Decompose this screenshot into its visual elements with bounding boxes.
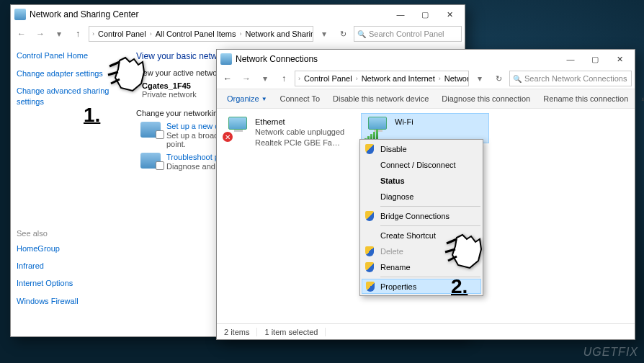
address-row: ← → ▾ ↑ › Control Panel › Network and In…	[217, 68, 635, 89]
menu-item-label: Delete	[380, 247, 403, 256]
status-selected: 1 item selected	[257, 328, 326, 336]
address-row: ← → ▾ ↑ › Control Panel › All Control Pa…	[11, 24, 465, 44]
status-bar: 2 items 1 item selected	[217, 323, 635, 339]
menu-item-label: Properties	[380, 282, 416, 291]
shield-icon	[366, 282, 375, 292]
breadcrumb[interactable]: All Control Panel Items	[153, 30, 238, 38]
maximize-button[interactable]: ▢	[413, 5, 437, 24]
minimize-button[interactable]: —	[388, 5, 413, 24]
chevron-right-icon: ›	[148, 30, 153, 37]
connection-icon	[140, 122, 161, 138]
connection-status: Network cable unplugged	[255, 127, 346, 137]
history-dropdown[interactable]: ▾	[51, 26, 67, 42]
addr-dropdown[interactable]: ▾	[472, 71, 488, 86]
breadcrumb[interactable]: Network Connections	[442, 74, 469, 83]
sidebar-home-link[interactable]: Control Panel Home	[17, 51, 122, 60]
see-also-link[interactable]: HomeGroup	[17, 243, 122, 254]
wifi-icon	[365, 117, 390, 140]
connection-adapter: Realtek PCIe GBE Family Controller	[255, 138, 346, 148]
search-placeholder: Search Network Connections	[524, 74, 627, 83]
titlebar[interactable]: Network and Sharing Center — ▢ ✕	[11, 5, 465, 24]
addr-dropdown[interactable]: ▾	[316, 26, 332, 42]
titlebar[interactable]: Network Connections — ▢ ✕	[217, 50, 635, 68]
search-input[interactable]: 🔍 Search Control Panel	[354, 26, 462, 42]
chevron-right-icon: ›	[238, 30, 243, 37]
maximize-button[interactable]: ▢	[583, 50, 607, 68]
change-sharing-link[interactable]: Change advanced sharing settings	[17, 86, 122, 107]
menu-item-label: Connect / Disconnect	[380, 161, 456, 169]
menu-item-label: Disable	[380, 145, 407, 153]
up-button[interactable]: ↑	[70, 26, 86, 42]
toolbar-button[interactable]: Rename this connection	[537, 94, 634, 103]
menu-item[interactable]: Create Shortcut	[362, 228, 481, 243]
chevron-right-icon: ›	[91, 30, 96, 37]
organize-button[interactable]: Organize▼	[221, 94, 273, 103]
menu-item[interactable]: Diagnose	[362, 189, 481, 205]
address-bar[interactable]: › Control Panel › All Control Panel Item…	[89, 26, 313, 42]
window-title: Network Connections	[236, 54, 558, 64]
chevron-right-icon: ›	[297, 75, 302, 82]
see-also-label: See also	[17, 229, 122, 238]
network-type: Private network	[142, 90, 197, 99]
search-icon: 🔍	[357, 30, 366, 38]
address-bar[interactable]: › Control Panel › Network and Internet ›…	[295, 71, 469, 86]
search-icon: 🔍	[513, 75, 522, 83]
breadcrumb[interactable]: Control Panel	[96, 30, 148, 38]
menu-item-label: Bridge Connections	[380, 212, 450, 220]
change-adapter-link[interactable]: Change adapter settings	[17, 68, 122, 79]
up-button[interactable]: ↑	[276, 71, 292, 86]
menu-item[interactable]: Rename	[362, 259, 481, 275]
search-placeholder: Search Control Panel	[369, 30, 444, 38]
chevron-right-icon: ›	[354, 75, 359, 82]
shield-icon	[365, 144, 374, 154]
context-menu: DisableConnect / DisconnectStatusDiagnos…	[359, 139, 483, 296]
menu-separator	[380, 206, 480, 207]
ethernet-icon: ✕	[225, 117, 251, 140]
watermark: UGETFIX	[583, 346, 638, 359]
network-connections-window: Network Connections — ▢ ✕ ← → ▾ ↑ › Cont…	[216, 49, 635, 340]
toolbar-button[interactable]: Disable this network device	[327, 94, 434, 103]
refresh-button[interactable]: ↻	[335, 26, 351, 42]
forward-button[interactable]: →	[32, 26, 48, 42]
search-input[interactable]: 🔍 Search Network Connections	[509, 71, 632, 86]
shield-icon	[365, 246, 374, 256]
menu-item[interactable]: Status	[362, 173, 481, 189]
menu-item: Delete	[362, 243, 481, 259]
window-title: Network and Sharing Center	[30, 9, 388, 19]
step-number: 1.	[84, 104, 100, 127]
back-button[interactable]: ←	[14, 26, 30, 42]
toolbar: Organize▼ Connect To Disable this networ…	[217, 89, 635, 109]
troubleshoot-icon	[140, 153, 161, 169]
menu-separator	[380, 225, 480, 226]
toolbar-button[interactable]: Diagnose this connection	[436, 94, 536, 103]
breadcrumb[interactable]: Network and Internet	[359, 74, 437, 83]
see-also-link[interactable]: Windows Firewall	[17, 296, 122, 306]
menu-item-label: Create Shortcut	[380, 231, 436, 240]
minimize-button[interactable]: —	[558, 50, 583, 68]
refresh-button[interactable]: ↻	[491, 71, 506, 86]
close-button[interactable]: ✕	[437, 5, 462, 24]
chevron-down-icon: ▼	[261, 96, 267, 102]
breadcrumb[interactable]: Control Panel	[302, 74, 354, 83]
toolbar-overflow[interactable]: »	[635, 94, 644, 103]
status-items: 2 items	[217, 328, 257, 336]
connection-item-ethernet[interactable]: ✕ Ethernet Network cable unplugged Realt…	[221, 113, 349, 151]
breadcrumb[interactable]: Network and Sharing Center	[243, 30, 313, 38]
close-button[interactable]: ✕	[607, 50, 632, 68]
menu-item-label: Diagnose	[380, 192, 413, 201]
menu-item[interactable]: Connect / Disconnect	[362, 157, 481, 173]
forward-button[interactable]: →	[238, 71, 254, 86]
history-dropdown[interactable]: ▾	[257, 71, 273, 86]
back-button[interactable]: ←	[220, 71, 236, 86]
chevron-right-icon: ›	[437, 75, 442, 82]
see-also-link[interactable]: Infrared	[17, 261, 122, 271]
step-number: 2.	[451, 275, 468, 298]
toolbar-button[interactable]: Connect To	[274, 94, 326, 103]
see-also-link[interactable]: Internet Options	[17, 278, 122, 288]
menu-item[interactable]: Bridge Connections	[362, 208, 481, 224]
menu-item[interactable]: Disable	[362, 141, 481, 157]
shield-icon	[365, 211, 374, 221]
menu-item-label: Status	[380, 176, 405, 185]
content-area[interactable]: ✕ Ethernet Network cable unplugged Realt…	[217, 109, 635, 323]
connection-name: Wi-Fi	[395, 117, 413, 127]
